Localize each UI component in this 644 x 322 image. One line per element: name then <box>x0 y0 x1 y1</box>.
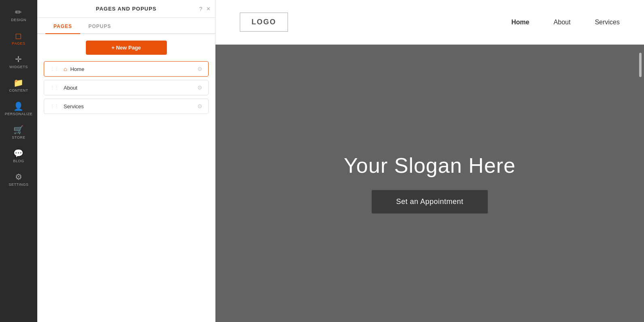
sidebar-label-pages: PAGES <box>12 41 26 45</box>
tab-bar: PAGES POPUPS <box>37 19 215 34</box>
sidebar-label-content: CONTENT <box>9 88 28 92</box>
scroll-indicator <box>639 53 642 77</box>
page-name-services: Services <box>64 103 194 109</box>
page-item-services[interactable]: ⋮⋮ Services ⚙ <box>44 99 209 114</box>
page-settings-about[interactable]: ⚙ <box>197 84 203 91</box>
sidebar-item-personalize[interactable]: 👤 PERSONALIZE <box>0 97 37 121</box>
drag-handle-services: ⋮⋮ <box>50 104 59 109</box>
store-icon: 🛒 <box>13 126 24 134</box>
hero-slogan: Your Slogan Here <box>344 153 516 178</box>
page-item-home[interactable]: ⋮⋮ ⌂ Home ⚙ <box>44 61 209 77</box>
page-settings-home[interactable]: ⚙ <box>197 66 203 72</box>
cta-button[interactable]: Set an Appointment <box>371 190 488 214</box>
blog-icon: 💬 <box>13 149 24 157</box>
main-canvas: LOGO Home About Services Your Slogan Her… <box>215 0 644 322</box>
tool-sidebar: ✏ DESIGN ◻ PAGES ✛ WIDGETS 📁 CONTENT 👤 P… <box>0 0 37 322</box>
page-item-about[interactable]: ⋮⋮ About ⚙ <box>44 80 209 95</box>
sidebar-item-settings[interactable]: ⚙ SETTINGS <box>0 168 37 191</box>
close-button[interactable]: × <box>207 5 210 13</box>
pages-panel: PAGES AND POPUPS ? × PAGES POPUPS + New … <box>37 0 215 322</box>
sidebar-item-design[interactable]: ✏ DESIGN <box>0 3 37 27</box>
content-icon: 📁 <box>13 79 24 87</box>
design-icon: ✏ <box>15 8 22 16</box>
drag-handle-about: ⋮⋮ <box>50 85 59 90</box>
sidebar-label-store: STORE <box>12 135 25 140</box>
sidebar-item-content[interactable]: 📁 CONTENT <box>0 74 37 97</box>
website-header: LOGO Home About Services <box>215 0 644 45</box>
sidebar-item-store[interactable]: 🛒 STORE <box>0 121 37 144</box>
sidebar-item-widgets[interactable]: ✛ WIDGETS <box>0 50 37 74</box>
panel-title: PAGES AND POPUPS <box>96 6 157 12</box>
sidebar-label-design: DESIGN <box>11 18 26 22</box>
page-list: ⋮⋮ ⌂ Home ⚙ ⋮⋮ About ⚙ ⋮⋮ Services ⚙ <box>37 61 215 114</box>
nav-link-services[interactable]: Services <box>595 19 620 26</box>
sidebar-item-blog[interactable]: 💬 BLOG <box>0 144 37 168</box>
tab-popups[interactable]: POPUPS <box>80 19 119 34</box>
hero-section: Your Slogan Here Set an Appointment <box>215 45 644 322</box>
drag-handle-home: ⋮⋮ <box>50 67 59 72</box>
help-button[interactable]: ? <box>199 6 203 12</box>
personalize-icon: 👤 <box>13 102 24 110</box>
navigation: Home About Services <box>511 19 620 26</box>
pages-icon: ◻ <box>15 32 22 40</box>
widgets-icon: ✛ <box>15 55 22 63</box>
logo: LOGO <box>240 13 288 32</box>
settings-icon: ⚙ <box>15 173 23 181</box>
nav-link-home[interactable]: Home <box>511 19 529 26</box>
sidebar-label-blog: BLOG <box>13 159 24 163</box>
sidebar-label-personalize: PERSONALIZE <box>5 112 33 116</box>
home-icon: ⌂ <box>64 66 67 72</box>
page-name-about: About <box>64 85 194 91</box>
page-name-home: Home <box>70 66 194 72</box>
sidebar-label-settings: SETTINGS <box>9 182 28 187</box>
panel-header: PAGES AND POPUPS ? × <box>37 0 215 18</box>
page-settings-services[interactable]: ⚙ <box>197 103 203 109</box>
sidebar-label-widgets: WIDGETS <box>9 65 28 69</box>
sidebar-item-pages[interactable]: ◻ PAGES <box>0 27 37 50</box>
nav-link-about[interactable]: About <box>554 19 571 26</box>
new-page-button[interactable]: + New Page <box>86 41 167 55</box>
panel-actions: ? × <box>199 5 210 13</box>
tab-pages[interactable]: PAGES <box>45 19 80 34</box>
